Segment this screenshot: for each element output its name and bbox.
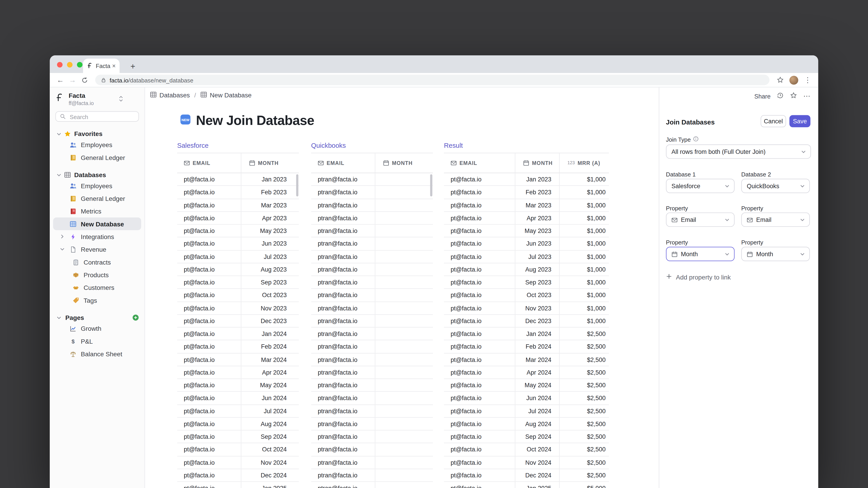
favorite-star-icon[interactable]	[790, 91, 797, 101]
table-row[interactable]: pt@facta.ioMay 2023	[177, 225, 299, 237]
table-name[interactable]: Quickbooks	[311, 142, 433, 153]
share-button[interactable]: Share	[754, 93, 771, 99]
table-row[interactable]: pt@facta.ioMay 2024	[177, 379, 299, 392]
table-row[interactable]: pt@facta.ioJun 2024$2,500	[444, 392, 609, 404]
table-row[interactable]: pt@facta.ioOct 2024	[177, 443, 299, 456]
table-row[interactable]: ptran@facta.io	[311, 276, 433, 289]
sidebar-item-p-l[interactable]: $P&L	[53, 335, 141, 348]
sidebar-item-employees[interactable]: Employees	[53, 138, 141, 151]
table-row[interactable]: pt@facta.ioJan 2023$1,000	[444, 173, 609, 186]
table-row[interactable]: ptran@facta.io	[311, 212, 433, 225]
table-row[interactable]: ptran@facta.io	[311, 289, 433, 302]
new-tab-button[interactable]: +	[127, 60, 138, 71]
database2-select[interactable]: QuickBooks	[741, 179, 810, 193]
chevron-down-icon[interactable]	[60, 247, 66, 252]
table-row[interactable]: pt@facta.ioMar 2024	[177, 353, 299, 366]
property-select-right-month[interactable]: Month	[741, 247, 810, 261]
more-options-icon[interactable]: ⋯	[803, 94, 810, 99]
table-row[interactable]: ptran@facta.io	[311, 392, 433, 404]
section-header-databases[interactable]: Databases	[50, 170, 145, 179]
table-row[interactable]: ptran@facta.io	[311, 379, 433, 392]
scrollbar-thumb[interactable]	[430, 174, 432, 196]
sidebar-item-tags[interactable]: Tags	[53, 294, 141, 306]
table-row[interactable]: pt@facta.ioAug 2023	[177, 263, 299, 276]
table-row[interactable]: ptran@facta.io	[311, 225, 433, 237]
table-row[interactable]: ptran@facta.io	[311, 353, 433, 366]
profile-avatar[interactable]	[789, 75, 798, 84]
table-row[interactable]: pt@facta.ioOct 2023	[177, 289, 299, 302]
table-row[interactable]: pt@facta.ioSep 2023$1,000	[444, 276, 609, 289]
workspace-updown-icon[interactable]	[119, 95, 123, 105]
table-row[interactable]: pt@facta.ioAug 2024	[177, 418, 299, 430]
sidebar-item-general-ledger[interactable]: General Ledger	[53, 192, 141, 205]
table-row[interactable]: pt@facta.ioMar 2023	[177, 199, 299, 212]
history-icon[interactable]	[777, 91, 784, 101]
table-row[interactable]: pt@facta.ioDec 2023$1,000	[444, 315, 609, 328]
table-row[interactable]: ptran@facta.io	[311, 250, 433, 263]
table-row[interactable]: pt@facta.ioMay 2024$2,500	[444, 379, 609, 392]
table-row[interactable]: pt@facta.ioJan 2024$2,500	[444, 328, 609, 340]
table-row[interactable]: pt@facta.ioJan 2025	[177, 482, 299, 488]
save-button[interactable]: Save	[789, 115, 810, 127]
scrollbar-thumb[interactable]	[296, 174, 298, 196]
table-row[interactable]: ptran@facta.io	[311, 456, 433, 469]
table-row[interactable]: pt@facta.ioFeb 2024$2,500	[444, 340, 609, 353]
table-row[interactable]: pt@facta.ioMay 2023$1,000	[444, 225, 609, 237]
table-row[interactable]: pt@facta.ioNov 2024	[177, 456, 299, 469]
sidebar-item-integrations[interactable]: Integrations	[53, 230, 141, 243]
sidebar-item-balance-sheet[interactable]: Balance Sheet	[53, 348, 141, 360]
sidebar-item-growth[interactable]: Growth	[53, 322, 141, 335]
add-page-button[interactable]	[132, 314, 139, 321]
breadcrumb-databases[interactable]: Databases	[150, 91, 190, 99]
table-row[interactable]: pt@facta.ioApr 2023$1,000	[444, 212, 609, 225]
workspace-switcher[interactable]: Facta ff@facta.io	[55, 92, 139, 108]
table-row[interactable]: pt@facta.ioJun 2023$1,000	[444, 237, 609, 250]
table-row[interactable]: ptran@facta.io	[311, 237, 433, 250]
refresh-icon[interactable]	[79, 74, 91, 86]
column-header-mrr-a[interactable]: 123MRR (A)	[559, 153, 609, 173]
table-row[interactable]: pt@facta.ioJul 2024	[177, 404, 299, 418]
table-row[interactable]: ptran@facta.io	[311, 418, 433, 430]
table-row[interactable]: pt@facta.ioMar 2024$2,500	[444, 353, 609, 366]
table-row[interactable]: pt@facta.ioNov 2023$1,000	[444, 302, 609, 315]
chevron-right-icon[interactable]	[60, 234, 66, 239]
table-row[interactable]: ptran@facta.io	[311, 263, 433, 276]
table-row[interactable]: ptran@facta.io	[311, 482, 433, 488]
table-row[interactable]: pt@facta.ioOct 2023$1,000	[444, 289, 609, 302]
column-header-month[interactable]: MONTH	[515, 153, 559, 173]
table-row[interactable]: pt@facta.ioJul 2023$1,000	[444, 250, 609, 263]
sidebar-item-employees[interactable]: Employees	[53, 179, 141, 192]
table-row[interactable]: ptran@facta.io	[311, 340, 433, 353]
property-select-left-month[interactable]: Month	[666, 247, 735, 261]
table-row[interactable]: pt@facta.ioApr 2023	[177, 212, 299, 225]
table-row[interactable]: pt@facta.ioJan 2023	[177, 173, 299, 186]
table-row[interactable]: ptran@facta.io	[311, 430, 433, 443]
table-row[interactable]: pt@facta.ioSep 2024	[177, 430, 299, 443]
table-row[interactable]: pt@facta.ioJul 2024$2,500	[444, 404, 609, 418]
table-row[interactable]: pt@facta.ioDec 2024	[177, 469, 299, 482]
table-row[interactable]: ptran@facta.io	[311, 302, 433, 315]
browser-tab[interactable]: Facta ×	[83, 59, 120, 73]
table-row[interactable]: ptran@facta.io	[311, 404, 433, 418]
search-input[interactable]	[69, 112, 132, 120]
table-row[interactable]: pt@facta.ioSep 2024$2,500	[444, 430, 609, 443]
table-row[interactable]: pt@facta.ioFeb 2023	[177, 186, 299, 199]
table-row[interactable]: ptran@facta.io	[311, 366, 433, 379]
sidebar-item-contracts[interactable]: Contracts	[53, 256, 141, 268]
table-row[interactable]: pt@facta.ioApr 2024	[177, 366, 299, 379]
maximize-window-button[interactable]	[77, 62, 82, 67]
table-row[interactable]: pt@facta.ioMar 2023$1,000	[444, 199, 609, 212]
cancel-button[interactable]: Cancel	[761, 115, 786, 127]
table-row[interactable]: ptran@facta.io	[311, 199, 433, 212]
add-property-link[interactable]: Add property to link	[666, 273, 731, 281]
table-row[interactable]: pt@facta.ioJan 2025$5,000	[444, 482, 609, 488]
table-row[interactable]: ptran@facta.io	[311, 173, 433, 186]
search-box[interactable]	[55, 111, 139, 122]
column-header-email[interactable]: EMAIL	[444, 153, 515, 173]
join-type-select[interactable]: All rows from both (Full Outer Join)	[666, 144, 811, 159]
column-header-month[interactable]: MONTH	[375, 153, 433, 173]
table-row[interactable]: pt@facta.ioJun 2024	[177, 392, 299, 404]
sidebar-item-metrics[interactable]: Metrics	[53, 205, 141, 217]
table-name[interactable]: Result	[444, 142, 609, 153]
breadcrumb-new-database[interactable]: New Database	[200, 91, 252, 99]
